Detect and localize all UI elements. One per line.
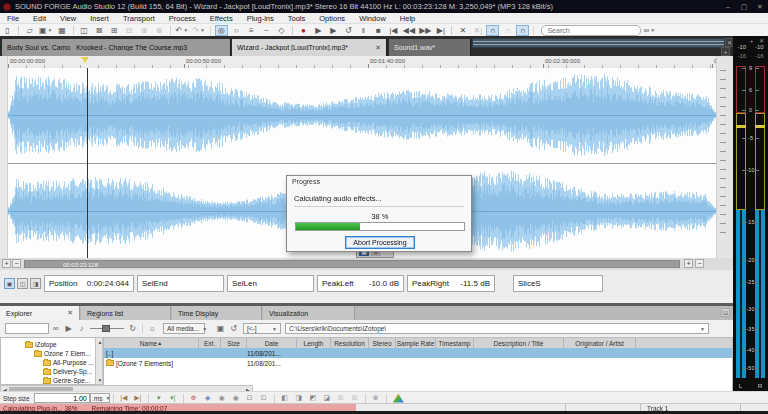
document-tab-2[interactable]: Sound1.wav*: [389, 39, 471, 56]
insert-region-icon[interactable]: ▾|: [167, 394, 179, 402]
column-ext-[interactable]: Ext.: [199, 338, 221, 348]
add-tab-button[interactable]: +: [721, 47, 730, 56]
abort-processing-button[interactable]: Abort Processing: [345, 236, 415, 249]
wave-scrollbar[interactable]: 00:03:23:128: [24, 260, 680, 268]
tree-item-all-purpose-[interactable]: All-Purpose ...: [43, 358, 94, 367]
meter-panel-controls[interactable]: + ✕: [750, 37, 766, 44]
tab-close-icon[interactable]: ✕: [61, 309, 73, 317]
close-window-icon[interactable]: ✕: [752, 0, 768, 13]
monitor-sphere-icon[interactable]: ◉: [216, 394, 228, 402]
zoom-in-right-button[interactable]: +: [684, 259, 693, 268]
forward-icon[interactable]: ▶▶: [418, 25, 432, 36]
play-icon[interactable]: ▶: [327, 25, 340, 36]
tree-item-ozone-7-elem-[interactable]: Ozone 7 Elem...: [34, 349, 91, 358]
step-size-unit-select[interactable]: ms▼: [90, 393, 110, 403]
insert-marker-icon[interactable]: ▾: [153, 394, 165, 402]
menu-edit[interactable]: Edit: [26, 14, 53, 23]
filter-input[interactable]: [5, 323, 49, 334]
column-date[interactable]: Date: [247, 338, 297, 348]
overview-scrollbar[interactable]: [472, 38, 725, 48]
zoom-out-right-button[interactable]: −: [695, 259, 704, 268]
playhead-marker[interactable]: [81, 57, 89, 63]
auto-preview-icon[interactable]: ♪: [76, 324, 87, 333]
bypass-icon[interactable]: ⊞: [335, 394, 347, 402]
redo-icon[interactable]: ↷▼: [191, 25, 206, 36]
next-marker-icon[interactable]: ▶|: [132, 394, 144, 402]
record-sphere-icon[interactable]: ⊕: [188, 394, 200, 402]
save-icon[interactable]: ▣▼: [38, 25, 54, 36]
column-sample-rate[interactable]: Sample Rate: [396, 338, 436, 348]
preview-sphere-icon[interactable]: ◉: [230, 394, 242, 402]
column-resolution[interactable]: Resolution: [331, 338, 369, 348]
zoom-mode-icon[interactable]: ◫: [17, 278, 28, 289]
tree-item-delivery-sp-[interactable]: Delivery-Sp...: [43, 367, 92, 376]
magnify-tool-icon[interactable]: ○: [230, 25, 243, 36]
media-filter-select[interactable]: All media...▼: [163, 323, 205, 334]
document-tab-1[interactable]: Wizard - Jackpot [LoudTronix].mp3*✕: [232, 39, 387, 56]
snap-grid-icon[interactable]: ∩: [501, 25, 514, 36]
marker-tool-icon[interactable]: ✕: [456, 25, 469, 36]
spectrum-analysis-icon[interactable]: [393, 394, 404, 403]
menu-view[interactable]: View: [53, 14, 83, 23]
rewind-icon[interactable]: ◀◀: [402, 25, 416, 36]
menu-effects[interactable]: Effects: [203, 14, 240, 23]
zoom-in-left-button[interactable]: +: [2, 259, 11, 268]
tree-item-izotope[interactable]: iZotope: [25, 340, 57, 349]
column-stereo[interactable]: Stereo: [369, 338, 396, 348]
search-input[interactable]: [541, 25, 641, 36]
column-length[interactable]: Length: [297, 338, 331, 348]
speaker-mode-icon[interactable]: ◨: [30, 278, 41, 289]
tab-explorer[interactable]: Explorer✕: [0, 306, 80, 320]
event-tool-icon[interactable]: ≡: [245, 25, 258, 36]
loop-preview-icon[interactable]: ↻: [127, 324, 138, 333]
solo-left-icon[interactable]: ◩: [307, 394, 319, 402]
snap-enable-icon[interactable]: ∩: [486, 25, 499, 36]
mute-right-icon[interactable]: ◨: [293, 394, 305, 402]
menu-window[interactable]: Window: [352, 14, 393, 23]
maximize-window-icon[interactable]: ▢: [736, 0, 752, 13]
cut-icon[interactable]: ⊠: [93, 25, 106, 36]
open-file-icon[interactable]: ▱: [23, 25, 36, 36]
column-name[interactable]: Name ▲: [104, 338, 199, 348]
menu-plug-ins[interactable]: Plug-ins: [240, 14, 281, 23]
column-size[interactable]: Size: [221, 338, 247, 348]
tree-item-genre-spe-[interactable]: Genre-Spe...: [43, 376, 90, 385]
save-all-icon[interactable]: ▦: [56, 25, 69, 36]
loop-small-icon[interactable]: ⊡: [244, 394, 256, 402]
settings-gear-icon[interactable]: ☼: [147, 324, 158, 333]
mute-left-icon[interactable]: ◧: [279, 394, 291, 402]
transfer-file-icon[interactable]: ▣: [215, 324, 226, 333]
column-timestamp[interactable]: Timestamp: [436, 338, 474, 348]
menu-help[interactable]: Help: [393, 14, 422, 23]
solo-right-icon[interactable]: ◪: [321, 394, 333, 402]
level-ruler[interactable]: [716, 56, 733, 258]
history-select[interactable]: [<-]▼: [243, 323, 281, 334]
paste-icon[interactable]: ⊟: [123, 25, 136, 36]
envelope-tool-icon[interactable]: ◇: [275, 25, 288, 36]
tab-time-display[interactable]: Time Display: [172, 306, 262, 320]
stop-icon[interactable]: ■: [372, 25, 385, 36]
tab-close-icon[interactable]: ✕: [369, 44, 381, 52]
go-to-start-icon[interactable]: |◀: [387, 25, 400, 36]
level-meters-panel[interactable]: + ✕ -10 -10 -16 -16 960-5-10-15-20-25-30…: [733, 36, 768, 391]
bypass-all-icon[interactable]: ⊞: [349, 394, 361, 402]
edit-tool-icon[interactable]: ◎: [215, 25, 228, 36]
region-tool-icon[interactable]: ✕|: [471, 25, 484, 36]
preview-play-icon[interactable]: ▶: [63, 324, 74, 333]
record-icon[interactable]: ●: [297, 25, 310, 36]
menu-transport[interactable]: Transport: [116, 14, 162, 23]
document-tab-0[interactable]: Body Soul vs. Camo _Krooked - Change The…: [2, 39, 231, 56]
sync-small-icon[interactable]: ⊡: [258, 394, 270, 402]
trim-icon[interactable]: ◫: [78, 25, 91, 36]
menu-options[interactable]: Options: [312, 14, 352, 23]
find-binoculars-icon[interactable]: ∞: [50, 324, 61, 333]
preview-volume-slider[interactable]: [90, 323, 124, 334]
table-row[interactable]: [..]11/08/201...: [104, 348, 733, 358]
go-to-end-icon[interactable]: ▶|: [434, 25, 447, 36]
tree-vertical-scrollbar[interactable]: ▲ ▼: [95, 337, 103, 385]
table-row[interactable]: [Ozone 7 Elements]11/08/201...: [104, 358, 733, 368]
panel-options-icon[interactable]: ⊡: [721, 308, 730, 317]
web-help-icon[interactable]: ⊛: [370, 394, 382, 402]
find-icon[interactable]: ∞▼: [642, 25, 656, 36]
menu-process[interactable]: Process: [162, 14, 203, 23]
